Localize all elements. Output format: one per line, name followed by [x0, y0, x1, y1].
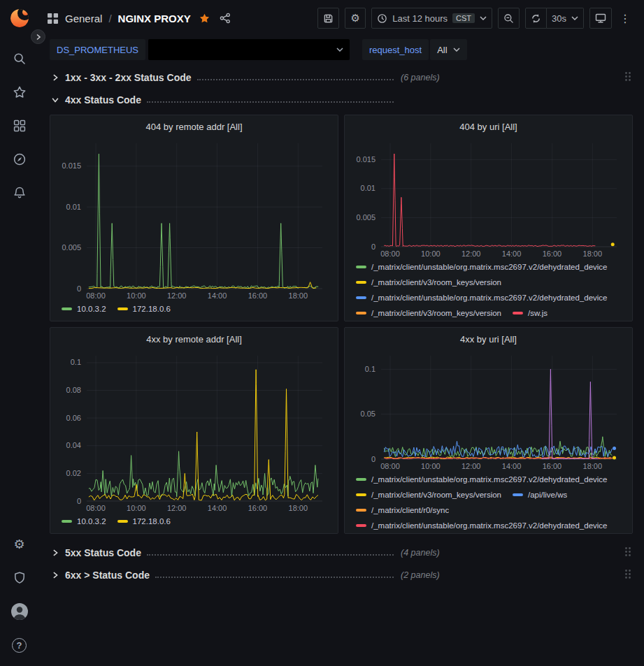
refresh-icon	[531, 13, 541, 24]
request-host-variable-label[interactable]: request_host	[362, 39, 429, 60]
grafana-logo[interactable]	[8, 0, 31, 36]
chevron-right-icon	[36, 34, 41, 41]
legend-swatch	[356, 524, 366, 527]
more-options-button[interactable]: ⋮	[617, 8, 633, 29]
sidebar-expand-button[interactable]	[31, 29, 45, 44]
sidebar-item-starred[interactable]	[6, 75, 34, 109]
favorite-star-button[interactable]	[199, 13, 210, 24]
time-range-picker[interactable]: Last 12 hours CST	[371, 8, 492, 29]
sidebar-item-configuration[interactable]: ⚙	[6, 528, 34, 561]
svg-text:12:00: 12:00	[461, 249, 481, 258]
star-icon	[13, 85, 27, 99]
legend-item[interactable]: /_matrix/client/v3/room_keys/version	[356, 305, 501, 318]
refresh-interval-dropdown[interactable]: 30s	[547, 8, 584, 29]
sidebar-item-alerting[interactable]	[6, 176, 34, 210]
legend-label: 10.0.3.2	[77, 305, 106, 313]
refresh-interval-value: 30s	[552, 13, 566, 24]
legend-item[interactable]: /_matrix/client/unstable/org.matrix.msc2…	[356, 259, 608, 275]
row-drag-handle[interactable]	[623, 545, 633, 560]
legend-item[interactable]: 172.18.0.6	[117, 301, 171, 317]
legend-label: /api/live/ws	[528, 491, 567, 499]
svg-text:0.01: 0.01	[361, 184, 375, 192]
time-series-chart[interactable]: 00.050.108:0010:0012:0014:0016:0018:00	[352, 350, 625, 470]
time-series-chart[interactable]: 00.0050.010.01508:0010:0012:0014:0016:00…	[352, 138, 625, 258]
save-dashboard-button[interactable]	[317, 8, 339, 29]
legend-item[interactable]: 10.0.3.2	[62, 301, 106, 317]
sidebar-item-search[interactable]	[6, 42, 34, 75]
dashboard-body: 1xx - 3xx - 2xx Status Code (6 panels) 4…	[38, 63, 644, 666]
legend-label: /_matrix/client/v3/room_keys/version	[371, 491, 501, 499]
dashboard-settings-button[interactable]: ⚙	[345, 8, 366, 29]
sidebar-item-server-admin[interactable]	[6, 561, 34, 595]
svg-text:12:00: 12:00	[167, 291, 187, 300]
row-panel-count: (2 panels)	[401, 570, 440, 580]
legend-swatch	[356, 281, 366, 284]
time-series-chart[interactable]: 00.0050.010.01508:0010:0012:0014:0016:00…	[57, 138, 331, 300]
legend-item[interactable]: /_matrix/client/unstable/org.matrix.msc2…	[356, 290, 608, 305]
legend-item[interactable]: 10.0.3.2	[62, 514, 106, 529]
panel-title[interactable]: 404 by remote addr [All]	[57, 115, 331, 138]
chart-canvas[interactable]: 00.0050.010.01508:0010:0012:0014:0016:00…	[352, 138, 625, 258]
breadcrumb-dashboard-title[interactable]: NGINX PROXY	[118, 13, 191, 24]
row-left: 6xx > Status Code	[50, 570, 399, 581]
legend-item[interactable]: /sw.js	[513, 305, 548, 318]
legend-item[interactable]: /_matrix/client/unstable/org.matrix.msc2…	[356, 472, 608, 487]
svg-text:18:00: 18:00	[289, 291, 308, 300]
chart-canvas[interactable]: 00.0050.010.01508:0010:0012:0014:0016:00…	[57, 138, 331, 300]
chart-canvas[interactable]: 00.020.040.060.080.108:0010:0012:0014:00…	[57, 350, 331, 512]
row-4xx[interactable]: 4xx Status Code	[50, 89, 633, 110]
breadcrumb-folder[interactable]: General	[65, 13, 102, 24]
chart-canvas[interactable]: 00.050.108:0010:0012:0014:0016:0018:00	[352, 350, 625, 470]
svg-text:10:00: 10:00	[421, 462, 441, 470]
request-host-variable-dropdown[interactable]: All	[430, 39, 466, 60]
request-host-variable-value: All	[437, 45, 447, 55]
sidebar-item-profile[interactable]	[6, 595, 34, 628]
legend-swatch	[62, 520, 72, 523]
time-series-chart[interactable]: 00.020.040.060.080.108:0010:0012:0014:00…	[57, 350, 331, 512]
row-5xx[interactable]: 5xx Status Code (4 panels)	[50, 542, 633, 563]
legend-item[interactable]: /api/live/ws	[513, 487, 567, 502]
chevron-down-icon	[571, 16, 578, 20]
datasource-variable-label[interactable]: DS_PROMETHEUS	[50, 39, 145, 60]
legend-item[interactable]: /_matrix/client/v3/room_keys/version	[356, 275, 501, 290]
share-icon	[220, 13, 231, 24]
row-left: 1xx - 3xx - 2xx Status Code	[50, 72, 399, 83]
svg-text:0.01: 0.01	[66, 203, 81, 211]
legend-label: 10.0.3.2	[77, 517, 106, 526]
legend: 10.0.3.2172.18.0.6	[62, 301, 331, 318]
panel-title[interactable]: 404 by uri [All]	[352, 115, 625, 138]
time-range-label: Last 12 hours	[392, 13, 448, 24]
legend-swatch	[513, 312, 523, 314]
search-icon	[13, 52, 27, 66]
tv-mode-button[interactable]	[589, 8, 612, 29]
row-1xx-3xx-2xx[interactable]: 1xx - 3xx - 2xx Status Code (6 panels)	[50, 67, 633, 88]
row-6xx[interactable]: 6xx > Status Code (2 panels)	[50, 565, 633, 586]
top-navbar: General / NGINX PROXY	[38, 0, 644, 36]
panel-title[interactable]: 4xx by remote addr [All]	[57, 328, 331, 350]
legend-item[interactable]: 172.18.0.6	[117, 514, 171, 529]
sidebar-item-help[interactable]: ?	[6, 628, 34, 662]
svg-text:0.05: 0.05	[361, 410, 375, 418]
row-panel-count: (6 panels)	[401, 73, 440, 82]
row-drag-handle[interactable]	[623, 567, 633, 583]
datasource-variable-dropdown[interactable]	[148, 39, 350, 60]
svg-text:0.06: 0.06	[66, 414, 81, 422]
panel-title[interactable]: 4xx by uri [All]	[352, 328, 625, 350]
row-drag-handle[interactable]	[623, 70, 633, 85]
svg-text:10:00: 10:00	[127, 291, 146, 300]
row-dotted-leader	[197, 79, 394, 80]
grafana-app: ⚙ ?	[0, 0, 644, 666]
legend-item[interactable]: /_matrix/client/v3/room_keys/version	[356, 487, 501, 502]
svg-text:18:00: 18:00	[289, 504, 308, 512]
legend-swatch	[356, 478, 366, 481]
refresh-button[interactable]	[525, 8, 547, 29]
legend-item[interactable]: /_matrix/client/unstable/org.matrix.msc2…	[356, 518, 608, 530]
legend-item[interactable]: /_matrix/client/r0/sync	[356, 502, 449, 518]
zoom-out-time-button[interactable]	[498, 8, 520, 29]
svg-text:0.015: 0.015	[62, 161, 81, 170]
clock-icon	[377, 13, 387, 24]
sidebar-item-explore[interactable]	[6, 143, 34, 176]
avatar	[10, 602, 29, 621]
sidebar-item-dashboards[interactable]	[6, 109, 34, 143]
share-button[interactable]	[220, 13, 231, 24]
